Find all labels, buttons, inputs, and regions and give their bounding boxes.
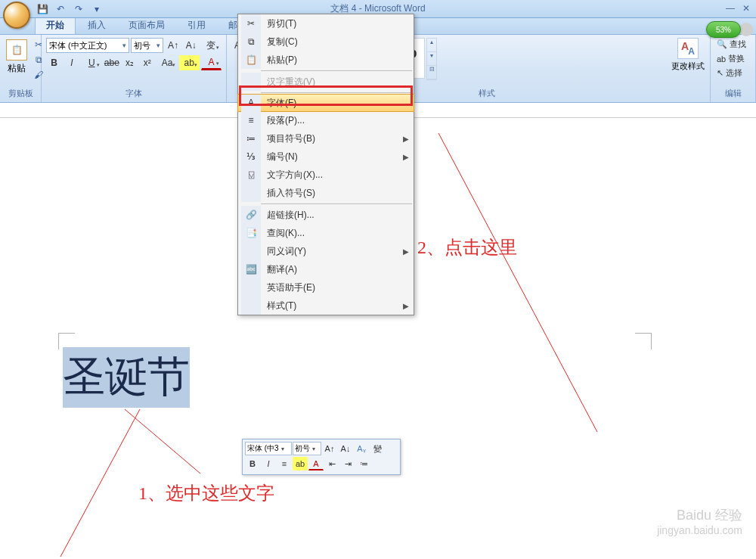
underline-icon[interactable]: U (82, 55, 102, 70)
menu-item[interactable]: 样式(T)▶ (238, 297, 414, 315)
menu-item-label: 文字方向(X)... (267, 169, 323, 182)
menu-item-label: 汉字重选(V) (267, 76, 315, 89)
mini-bold-icon[interactable]: B (245, 457, 260, 470)
menu-separator (261, 92, 412, 93)
mini-bullets-icon[interactable]: ≔ (356, 457, 371, 470)
menu-item-icon: 🔗 (241, 206, 261, 224)
undo-icon[interactable]: ↶ (53, 2, 68, 16)
menu-item[interactable]: A字体(F)... (237, 94, 414, 112)
menu-item[interactable]: 🔤翻译(A) (238, 260, 414, 278)
menu-item-label: 翻译(A) (267, 263, 297, 276)
mini-styles-icon[interactable]: Aᵧ (354, 442, 369, 455)
minimize-icon[interactable]: — (726, 3, 735, 14)
selected-text[interactable]: 圣诞节 (63, 347, 190, 408)
mini-shrink-icon[interactable]: A↓ (338, 442, 353, 455)
save-icon[interactable]: 💾 (35, 2, 50, 16)
mini-font-combo[interactable]: 宋体 (中3▾ (245, 442, 292, 455)
subscript-icon[interactable]: x₂ (122, 55, 138, 70)
menu-item[interactable]: ⅓编号(N)▶ (238, 148, 414, 166)
menu-item-icon (241, 184, 261, 202)
menu-item[interactable]: 🔗超链接(H)... (238, 206, 414, 224)
menu-item[interactable]: 📋粘贴(P) (238, 51, 414, 69)
menu-item-label: 英语助手(E) (267, 281, 315, 294)
menu-item-icon: ✂ (241, 14, 261, 33)
menu-separator (261, 70, 412, 71)
superscript-icon[interactable]: x² (139, 55, 155, 70)
replace-button[interactable]: ab替换 (715, 52, 751, 65)
tab-home[interactable]: 开始 (35, 16, 76, 34)
style-gallery-expand[interactable]: ▴▾⊟ (426, 38, 437, 80)
highlight-icon[interactable]: ab (179, 55, 200, 70)
paste-icon: 📋 (6, 39, 27, 61)
menu-item-icon: ≡ (241, 111, 261, 129)
group-label-font: 字体 (46, 86, 222, 101)
grow-font-icon[interactable]: A↑ (165, 38, 181, 53)
menu-item-label: 段落(P)... (267, 114, 305, 127)
svg-line-2 (125, 409, 200, 474)
menu-item-label: 超链接(H)... (267, 209, 314, 222)
bold-icon[interactable]: B (46, 55, 62, 70)
menu-item-icon: ⍌ (241, 166, 261, 184)
close-icon[interactable]: ✕ (742, 3, 750, 14)
menu-item-label: 同义词(Y) (267, 245, 306, 258)
mini-indent-dec-icon[interactable]: ⇤ (324, 457, 339, 470)
menu-item-icon (241, 73, 261, 91)
change-case-icon[interactable]: 变 (201, 38, 222, 53)
menu-item-icon (241, 297, 261, 315)
tab-references[interactable]: 引用 (177, 17, 216, 34)
shrink-font-icon[interactable]: A↓ (183, 38, 200, 53)
menu-item[interactable]: 插入符号(S) (238, 184, 414, 202)
find-button[interactable]: 🔍查找 (715, 38, 751, 51)
context-menu: ✂剪切(T)⧉复制(C)📋粘贴(P)汉字重选(V)A字体(F)...≡段落(P)… (237, 14, 414, 315)
menu-item[interactable]: ≔项目符号(B)▶ (238, 129, 414, 148)
italic-icon[interactable]: I (64, 55, 79, 70)
menu-item[interactable]: 同义词(Y)▶ (238, 242, 414, 260)
select-icon: ↖ (717, 68, 723, 78)
annotation-2: 2、点击这里 (417, 235, 517, 259)
tab-insert[interactable]: 插入 (77, 17, 116, 34)
menu-item-icon: ≔ (241, 129, 261, 148)
mini-italic-icon[interactable]: I (261, 457, 276, 470)
menu-item: 汉字重选(V) (238, 73, 414, 91)
find-icon: 🔍 (717, 39, 727, 49)
change-styles-icon (677, 38, 699, 59)
menu-item[interactable]: ✂剪切(T) (238, 14, 414, 33)
submenu-arrow-icon: ▶ (403, 247, 409, 256)
menu-item[interactable]: 英语助手(E) (238, 278, 414, 297)
paste-button[interactable]: 📋 粘贴 (5, 38, 29, 76)
font-name-combo[interactable]: 宋体 (中文正文)▾ (46, 38, 129, 53)
mini-indent-inc-icon[interactable]: ⇥ (340, 457, 355, 470)
mini-phonetic-icon[interactable]: 變 (370, 442, 385, 455)
office-button[interactable] (3, 2, 30, 29)
mini-size-combo[interactable]: 初号▾ (293, 442, 321, 455)
menu-item[interactable]: ⧉复制(C) (238, 33, 414, 51)
menu-item[interactable]: ⍌文字方向(X)... (238, 166, 414, 184)
qat-more-icon[interactable]: ▾ (89, 2, 104, 16)
menu-item[interactable]: 📑查阅(K)... (238, 224, 414, 242)
group-label-editing: 编辑 (715, 86, 751, 101)
change-styles-button[interactable]: 更改样式 (671, 38, 705, 72)
redo-icon[interactable]: ↷ (71, 2, 86, 16)
zoom-badge[interactable]: 53% (706, 21, 741, 38)
menu-item[interactable]: ≡段落(P)... (238, 111, 414, 129)
group-editing: 🔍查找 ab替换 ↖选择 编辑 (711, 35, 756, 102)
mini-highlight-icon[interactable]: ab (293, 457, 308, 470)
font-size-combo[interactable]: 初号▾ (131, 38, 163, 53)
mini-center-icon[interactable]: ≡ (277, 457, 292, 470)
menu-item-icon: ⅓ (241, 148, 261, 166)
menu-item-label: 字体(F)... (267, 97, 304, 110)
cloud-icon (739, 23, 753, 36)
font-color-icon[interactable]: A (201, 55, 222, 70)
mini-fontcolor-icon[interactable]: A (308, 457, 324, 470)
strike-icon[interactable]: abe (104, 55, 120, 70)
menu-item-icon: A (241, 95, 261, 111)
text-effects-icon[interactable]: Aa (157, 55, 178, 70)
select-button[interactable]: ↖选择 (715, 67, 751, 79)
annotation-1: 1、选中这些文字 (138, 481, 274, 505)
watermark: Baidu 经验 jingyan.baidu.com (657, 506, 742, 536)
mini-grow-icon[interactable]: A↑ (322, 442, 337, 455)
submenu-arrow-icon: ▶ (403, 135, 409, 143)
menu-item-icon: 📋 (241, 51, 261, 69)
submenu-arrow-icon: ▶ (403, 302, 409, 310)
tab-layout[interactable]: 页面布局 (118, 17, 175, 34)
